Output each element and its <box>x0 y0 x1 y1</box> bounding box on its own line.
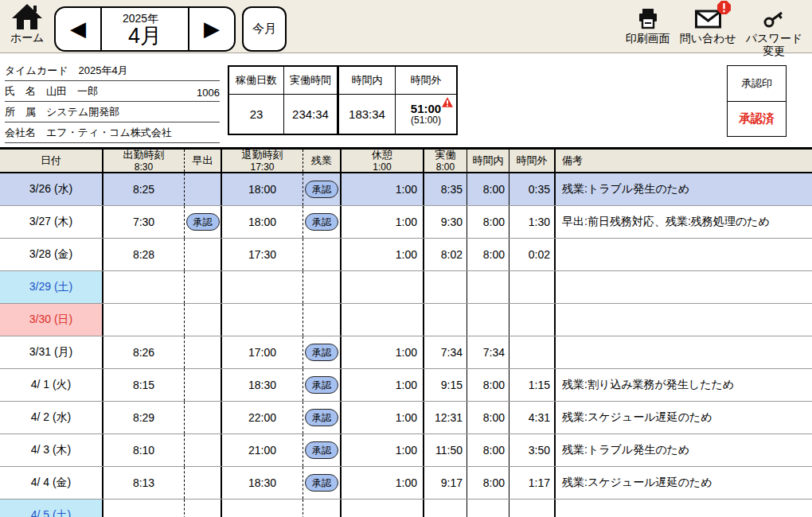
header-clock-in: 出勤時刻 8:30 <box>103 150 185 172</box>
table-row[interactable]: 4/ 4 (金) 8:13 18:30 承認 1:00 9:17 8:00 1:… <box>0 467 812 500</box>
next-month-button[interactable]: ▶ <box>188 8 234 50</box>
summary-header-regular-hours: 時間内 <box>339 67 396 95</box>
overtime-hours-cell <box>509 304 556 336</box>
clock-out-cell: 21:00 <box>222 434 303 466</box>
current-month-button[interactable]: 今月 <box>242 6 287 52</box>
table-row[interactable]: 4/ 2 (水) 8:29 22:00 承認 1:00 12:31 8:00 4… <box>0 402 812 434</box>
regular-hours-cell: 7:34 <box>467 336 509 368</box>
company-label: 会社名 <box>5 126 36 140</box>
table-row[interactable]: 3/29 (土) <box>0 271 812 304</box>
regular-hours-cell: 8:00 <box>467 402 509 433</box>
table-row[interactable]: 3/26 (水) 8:25 18:00 承認 1:00 8:35 8:00 0:… <box>0 173 812 206</box>
overtime-approve-badge[interactable]: 承認 <box>305 213 338 231</box>
rest-cell: 1:00 <box>342 402 424 433</box>
rest-cell: 1:00 <box>342 206 424 238</box>
remarks-cell: 残業:トラブル発生のため <box>556 434 812 466</box>
table-row[interactable]: 3/30 (日) <box>0 304 812 336</box>
date-cell[interactable]: 3/28 (金) <box>0 239 103 270</box>
early-approval-cell <box>185 336 222 368</box>
actual-hours-cell: 8:35 <box>424 173 467 205</box>
password-change-button[interactable]: パスワード 変更 <box>741 6 807 57</box>
clock-in-cell <box>103 500 185 517</box>
table-row[interactable]: 4/ 1 (火) 8:15 18:30 承認 1:00 9:15 8:00 1:… <box>0 369 812 402</box>
date-cell[interactable]: 3/29 (土) <box>0 271 103 303</box>
actual-hours-cell: 12:31 <box>424 402 467 433</box>
overtime-approval-cell: 承認 <box>303 467 342 499</box>
overtime-hours-cell: 0:02 <box>509 239 556 270</box>
clock-out-cell: 18:00 <box>222 173 303 205</box>
actual-hours-cell: 9:17 <box>424 467 467 499</box>
header-remarks: 備考 <box>556 150 812 172</box>
header-regular: 時間内 <box>467 150 509 172</box>
date-cell[interactable]: 3/31 (月) <box>0 336 103 368</box>
clock-in-cell: 8:15 <box>103 369 185 401</box>
company-line: 会社名 エフ・ティ・コム株式会社 <box>5 122 220 143</box>
early-approval-cell <box>185 500 222 517</box>
date-cell[interactable]: 3/30 (日) <box>0 304 103 336</box>
prev-month-button[interactable]: ◀ <box>56 8 102 50</box>
date-cell[interactable]: 4/ 3 (木) <box>0 434 103 466</box>
overtime-approve-badge[interactable]: 承認 <box>305 409 338 426</box>
department-line: 所 属 システム開発部 <box>5 102 220 122</box>
header-clock-out-standard: 17:30 <box>250 161 274 173</box>
date-cell[interactable]: 4/ 2 (水) <box>0 402 103 433</box>
date-cell[interactable]: 4/ 5 (土) <box>0 500 103 517</box>
print-button[interactable]: 印刷画面 <box>621 6 675 45</box>
early-approval-cell <box>185 402 222 433</box>
home-label: ホーム <box>6 31 48 45</box>
clock-in-cell: 8:26 <box>103 336 185 368</box>
early-approval-cell <box>185 239 222 270</box>
summary-header-actual-hours: 実働時間 <box>284 67 339 95</box>
overtime-approval-cell <box>303 271 342 303</box>
date-cell[interactable]: 4/ 4 (金) <box>0 467 103 499</box>
notification-badge-icon <box>717 1 731 17</box>
regular-hours-cell: 8:00 <box>467 467 509 499</box>
overtime-approval-cell <box>303 500 342 517</box>
table-row[interactable]: 3/31 (月) 8:26 17:00 承認 1:00 7:34 7:34 <box>0 336 812 369</box>
overtime-approval-cell: 承認 <box>303 173 342 205</box>
year-label: 2025年 <box>123 13 188 25</box>
remarks-cell <box>556 271 812 303</box>
clock-in-cell <box>103 304 185 336</box>
overtime-hours-cell: 1:15 <box>509 369 556 401</box>
header-overtime: 時間外 <box>509 150 556 172</box>
topbar: ホーム ◀ 2025年 4月 ▶ 今月 <box>0 0 812 53</box>
early-approval-cell <box>185 467 222 499</box>
overtime-approve-badge[interactable]: 承認 <box>305 441 338 459</box>
date-cell[interactable]: 3/26 (水) <box>0 173 103 205</box>
clock-out-cell <box>222 304 303 336</box>
overtime-approve-badge[interactable]: 承認 <box>305 474 338 492</box>
inquiry-button[interactable]: 問い合わせ <box>675 6 741 45</box>
header-rest-label: 休憩 <box>372 149 392 161</box>
table-row[interactable]: 3/28 (金) 8:28 17:30 1:00 8:02 8:00 0:02 <box>0 239 812 271</box>
overtime-hours-cell: 1:17 <box>509 467 556 499</box>
table-row[interactable]: 4/ 3 (木) 8:10 21:00 承認 1:00 11:50 8:00 3… <box>0 434 812 467</box>
topbar-actions: 印刷画面 問い合わせ <box>621 6 807 57</box>
clock-in-cell <box>103 271 185 303</box>
early-approval-cell <box>185 369 222 401</box>
actual-hours-cell: 7:34 <box>424 336 467 368</box>
overtime-approve-badge[interactable]: 承認 <box>305 344 338 361</box>
home-button[interactable]: ホーム <box>6 3 48 45</box>
summary-regular-hours: 183:34 <box>339 95 396 134</box>
clock-in-cell: 8:10 <box>103 434 185 466</box>
overtime-approve-badge[interactable]: 承認 <box>305 181 338 198</box>
remarks-cell: 残業:トラブル発生のため <box>556 173 812 205</box>
date-cell[interactable]: 4/ 1 (火) <box>0 369 103 401</box>
early-approve-badge[interactable]: 承認 <box>186 213 220 231</box>
header-rest: 休憩 1:00 <box>342 150 424 172</box>
overtime-approve-badge[interactable]: 承認 <box>305 376 338 394</box>
clock-in-cell: 8:13 <box>103 467 185 499</box>
regular-hours-cell: 8:00 <box>467 173 509 205</box>
header-actual: 実働 8:00 <box>424 150 467 172</box>
header-clock-in-standard: 8:30 <box>135 161 153 173</box>
overtime-approval-cell: 承認 <box>303 434 342 466</box>
employee-name-line: 氏 名 山田 一郎 1006 <box>5 81 220 102</box>
table-row[interactable]: 4/ 5 (土) <box>0 500 812 517</box>
date-cell[interactable]: 3/27 (木) <box>0 206 103 238</box>
rest-cell <box>342 271 424 303</box>
left-arrow-icon: ◀ <box>70 17 86 41</box>
table-row[interactable]: 3/27 (木) 7:30 承認 18:00 承認 1:00 9:30 8:00… <box>0 206 812 239</box>
actual-hours-cell: 8:02 <box>424 239 467 270</box>
rest-cell <box>342 500 424 517</box>
